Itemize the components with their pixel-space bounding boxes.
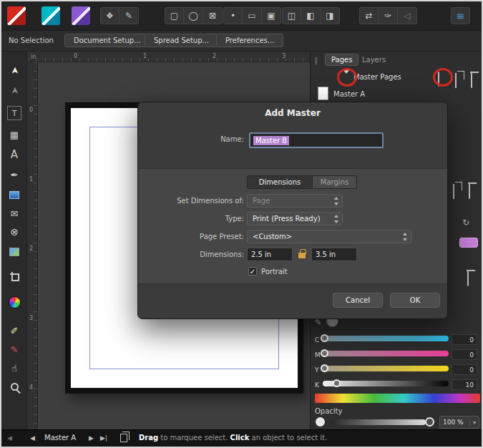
style-paint-icon[interactable]: ✑ — [379, 7, 398, 24]
vector-brush-tool[interactable]: ✎ — [4, 341, 24, 358]
ok-button[interactable]: OK — [390, 293, 440, 308]
flip-horizontal-icon[interactable]: ⇄ — [359, 7, 379, 24]
new-document-icon[interactable]: ▢ — [165, 7, 184, 24]
page-preset-dropdown[interactable]: <Custom> — [247, 230, 411, 243]
text-wrap-menu-icon[interactable]: ≡ — [451, 7, 470, 24]
move-back-icon[interactable]: ◧ — [301, 7, 321, 24]
publisher-logo-icon[interactable] — [7, 6, 26, 25]
magenta-value-field[interactable]: 0 — [452, 349, 477, 360]
frame-icon[interactable]: ▭ — [243, 7, 262, 24]
height-input[interactable]: 3.5 in — [311, 248, 357, 261]
preferences-button[interactable]: Preferences... — [216, 34, 283, 47]
yellow-value-field[interactable]: 0 — [452, 364, 477, 375]
tab-margins[interactable]: Margins — [313, 175, 357, 189]
ellipse-frame-tool[interactable]: ⊗ — [4, 223, 24, 240]
photo-logo-icon[interactable] — [72, 6, 90, 25]
magenta-slider-label: M — [315, 351, 321, 359]
master-a-thumbnail[interactable] — [318, 87, 328, 100]
opacity-slider-track[interactable] — [331, 419, 426, 425]
set-dimensions-value: Page — [253, 197, 270, 205]
node-tool[interactable]: ➤ — [4, 82, 24, 99]
lock-icon[interactable] — [298, 253, 306, 258]
color-picker-tool[interactable]: ✐ — [4, 322, 24, 339]
trash-icon — [469, 184, 470, 199]
layers-delete-icon[interactable] — [467, 272, 469, 286]
delete-master-button[interactable] — [471, 74, 472, 87]
context-toolbar: No Selection Document Setup... Spread Se… — [1, 31, 482, 52]
color-wheel-tool[interactable] — [4, 293, 24, 311]
name-input[interactable]: Master B — [249, 132, 384, 148]
pages-icon — [120, 434, 127, 442]
portrait-checkbox[interactable]: ✓ — [248, 267, 257, 276]
panel-drag-handle[interactable]: ‖ — [314, 56, 318, 65]
scroll-left-icon[interactable]: ◀ — [7, 434, 12, 442]
swatches-refresh-icon[interactable]: ↻ — [462, 218, 469, 228]
hand-tool[interactable]: ☝ — [4, 359, 24, 376]
selection-status: No Selection — [9, 36, 54, 44]
persona-badge-glyph: ❖ — [106, 11, 114, 21]
purple-swatch[interactable] — [459, 238, 478, 248]
tab-pages[interactable]: Pages — [325, 54, 358, 66]
opacity-slider-knob[interactable] — [425, 417, 434, 427]
cancel-button[interactable]: Cancel — [333, 293, 383, 308]
margins-tab-label: Margins — [321, 178, 348, 186]
cyan-value-field[interactable]: 0 — [452, 334, 477, 345]
magenta-slider-knob[interactable] — [321, 349, 328, 357]
rectangle-tool[interactable] — [4, 186, 24, 203]
crop-tool[interactable] — [4, 268, 24, 285]
duplicate-master-button[interactable] — [455, 74, 457, 87]
magenta-slider-track[interactable] — [323, 351, 449, 356]
rotate-icon[interactable]: ◁ — [398, 7, 417, 24]
brush-persona-icon[interactable]: ✎ — [119, 7, 139, 24]
move-front-icon[interactable]: ◨ — [321, 7, 340, 24]
block-icon[interactable]: ▣ — [262, 7, 281, 24]
persona-badge-icon[interactable]: ❖ — [100, 7, 119, 24]
black-value-field[interactable]: 10 — [452, 379, 477, 390]
tab-layers[interactable]: Layers — [358, 54, 390, 66]
page-view-icon[interactable] — [120, 434, 127, 442]
designer-logo-icon[interactable] — [42, 6, 60, 25]
stepper-arrows-icon — [334, 215, 339, 223]
tab-dimensions[interactable]: Dimensions — [247, 175, 313, 189]
cyan-slider-knob[interactable] — [321, 334, 328, 342]
last-page-button[interactable]: ▶| — [100, 434, 107, 442]
black-slider-knob[interactable] — [333, 379, 341, 387]
v-ruler-1: 1 — [29, 176, 33, 182]
next-page-button[interactable]: ▶ — [89, 434, 94, 442]
spread-setup-button[interactable]: Spread Setup... — [145, 34, 218, 47]
set-dimensions-dropdown[interactable]: Page — [247, 194, 343, 208]
black-slider-track[interactable] — [323, 381, 449, 386]
yellow-slider-track[interactable] — [323, 366, 449, 371]
ellipse-tool-icon[interactable]: ◯ — [184, 7, 203, 24]
pin-glyph: • — [230, 11, 235, 21]
place-image-tool[interactable] — [4, 243, 24, 260]
hint-text-1: to marquee select. — [158, 434, 230, 442]
pen-tool[interactable]: ✒ — [4, 166, 24, 183]
width-input[interactable]: 2.5 in — [247, 248, 293, 261]
picture-frame-tool[interactable]: ✉ — [4, 205, 24, 222]
black-slider-label: K — [315, 381, 319, 389]
h-ruler-0: 0 — [74, 53, 77, 59]
move-tool[interactable]: ➤ — [4, 62, 24, 79]
artistic-text-tool[interactable]: A — [4, 146, 24, 163]
frame-text-tool[interactable]: T — [7, 106, 21, 120]
vertical-ruler[interactable]: 0 1 2 3 4 — [28, 62, 38, 429]
table-tool[interactable]: ▦ — [4, 126, 24, 143]
horizontal-ruler[interactable]: in 0 1 2 3 — [28, 52, 310, 62]
type-dropdown[interactable]: Print (Press Ready) — [247, 212, 343, 225]
cyan-slider-track[interactable] — [323, 336, 449, 341]
previous-page-button[interactable]: ◀ — [30, 434, 35, 442]
opacity-swatch[interactable] — [316, 417, 325, 427]
pages-panel-trash-icon[interactable] — [469, 185, 470, 198]
color-spectrum-bar[interactable] — [315, 394, 480, 403]
close-frame-icon[interactable]: ⊠ — [203, 7, 223, 24]
yellow-slider-label: Y — [315, 366, 319, 374]
document-setup-button[interactable]: Document Setup... — [64, 34, 150, 47]
move-forward-icon[interactable]: ◫ — [282, 7, 301, 24]
pin-icon[interactable]: • — [223, 7, 243, 24]
yellow-slider-knob[interactable] — [321, 364, 328, 372]
v-ruler-4: 4 — [29, 384, 33, 391]
pages-panel-duplicate-icon[interactable] — [453, 185, 454, 198]
opacity-value-dropdown[interactable]: 100 % ▾ — [439, 416, 479, 429]
zoom-tool[interactable] — [4, 378, 24, 395]
